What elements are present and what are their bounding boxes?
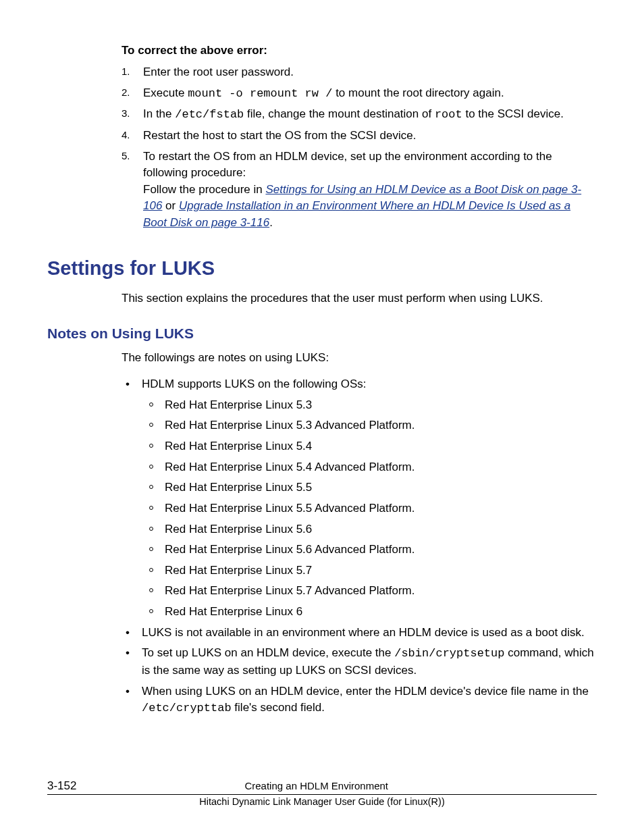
code-path: /etc/crypttab — [142, 702, 232, 714]
code-text: root — [435, 108, 462, 121]
list-item: To set up LUKS on an HDLM device, execut… — [122, 645, 597, 679]
subsection-heading-notes: Notes on Using LUKS — [47, 325, 597, 342]
os-name: Red Hat Enterprise Linux 5.7 Advanced Pl… — [165, 584, 414, 597]
list-item: Red Hat Enterprise Linux 5.3 Advanced Pl… — [142, 417, 597, 434]
step-text: To restart the OS from an HDLM device, s… — [143, 150, 552, 180]
os-name: Red Hat Enterprise Linux 5.3 Advanced Pl… — [165, 419, 414, 432]
subsection-body: The followings are notes on using LUKS: … — [122, 350, 597, 717]
step-number: 4 — [122, 128, 130, 142]
step-number: 5 — [122, 149, 130, 163]
os-name: Red Hat Enterprise Linux 5.4 — [165, 440, 312, 452]
os-name: Red Hat Enterprise Linux 5.7 — [165, 564, 312, 577]
bullet-text: HDLM supports LUKS on the following OSs: — [142, 377, 367, 390]
step-number: 3 — [122, 106, 130, 121]
follow-mid: or — [162, 199, 179, 212]
footer-doc-title: Hitachi Dynamic Link Manager User Guide … — [47, 796, 597, 807]
steps-list: 1Enter the root user password.2Execute m… — [122, 64, 597, 232]
page-footer: 3-152 Creating an HDLM Environment Hitac… — [47, 779, 597, 807]
list-item: Red Hat Enterprise Linux 5.4 Advanced Pl… — [142, 459, 597, 476]
list-item: Red Hat Enterprise Linux 5.6 — [142, 521, 597, 538]
list-item: Red Hat Enterprise Linux 5.5 — [142, 479, 597, 496]
step-number: 1 — [122, 64, 130, 79]
code-path: /sbin/cryptsetup — [394, 647, 504, 660]
bullet-text-pre: To set up LUKS on an HDLM device, execut… — [142, 646, 394, 659]
error-correction-block: To correct the above error: 1Enter the r… — [122, 44, 597, 232]
step-text: In the — [143, 107, 175, 120]
step-text: Execute — [143, 86, 188, 99]
step-text: Restart the host to start the OS from th… — [143, 129, 416, 142]
error-lead: To correct the above error: — [122, 44, 597, 57]
luks-bullets: HDLM supports LUKS on the following OSs:… — [122, 376, 597, 717]
os-sublist: Red Hat Enterprise Linux 5.3Red Hat Ente… — [142, 397, 597, 621]
follow-pre: Follow the procedure in — [143, 183, 265, 196]
follow-post: . — [269, 216, 273, 229]
list-item: Red Hat Enterprise Linux 5.3 — [142, 397, 597, 414]
os-name: Red Hat Enterprise Linux 5.5 Advanced Pl… — [165, 502, 414, 515]
xref-link-upgrade[interactable]: Upgrade Installation in an Environment W… — [143, 199, 570, 229]
step-text: Enter the root user password. — [143, 66, 294, 78]
list-item: Red Hat Enterprise Linux 5.7 — [142, 563, 597, 579]
step-number: 2 — [122, 85, 130, 100]
page-number: 3-152 — [47, 779, 76, 793]
step-item: 1Enter the root user password. — [122, 64, 597, 81]
bullet-text-post: file's second field. — [232, 701, 325, 714]
step-item: 5To restart the OS from an HDLM device, … — [122, 149, 597, 232]
footer-top-row: 3-152 Creating an HDLM Environment — [47, 779, 597, 795]
os-name: Red Hat Enterprise Linux 5.6 Advanced Pl… — [165, 543, 414, 556]
page: To correct the above error: 1Enter the r… — [0, 0, 644, 834]
list-item: Red Hat Enterprise Linux 5.6 Advanced Pl… — [142, 542, 597, 558]
step-item: 3In the /etc/fstab file, change the moun… — [122, 106, 597, 124]
list-item: HDLM supports LUKS on the following OSs:… — [122, 376, 597, 621]
list-item: Red Hat Enterprise Linux 6 — [142, 604, 597, 621]
list-item: When using LUKS on an HDLM device, enter… — [122, 683, 597, 717]
os-name: Red Hat Enterprise Linux 5.3 — [165, 398, 312, 411]
step-item: 2Execute mount -o remount rw / to mount … — [122, 85, 597, 103]
os-name: Red Hat Enterprise Linux 5.5 — [165, 481, 312, 494]
step-item: 4Restart the host to start the OS from t… — [122, 128, 597, 145]
step-text: file, change the mount destination of — [244, 107, 435, 120]
list-item: Red Hat Enterprise Linux 5.7 Advanced Pl… — [142, 583, 597, 600]
list-item: LUKS is not available in an environment … — [122, 625, 597, 642]
list-item: Red Hat Enterprise Linux 5.5 Advanced Pl… — [142, 500, 597, 517]
footer-chapter: Creating an HDLM Environment — [76, 780, 556, 791]
step-text: to the SCSI device. — [462, 107, 564, 120]
step-text: to mount the root directory again. — [332, 86, 504, 99]
bullet-text-pre: When using LUKS on an HDLM device, enter… — [142, 685, 589, 698]
code-text: mount -o remount rw / — [188, 87, 332, 100]
subsection-intro: The followings are notes on using LUKS: — [122, 350, 597, 367]
section-heading-luks: Settings for LUKS — [47, 257, 597, 280]
list-item: Red Hat Enterprise Linux 5.4 — [142, 438, 597, 455]
code-text: /etc/fstab — [175, 108, 244, 121]
os-name: Red Hat Enterprise Linux 5.4 Advanced Pl… — [165, 461, 414, 473]
section-intro-block: This section explains the procedures tha… — [122, 290, 597, 307]
os-name: Red Hat Enterprise Linux 6 — [165, 605, 302, 618]
section-intro: This section explains the procedures tha… — [122, 290, 597, 307]
os-name: Red Hat Enterprise Linux 5.6 — [165, 523, 312, 536]
bullet-text: LUKS is not available in an environment … — [142, 626, 585, 639]
